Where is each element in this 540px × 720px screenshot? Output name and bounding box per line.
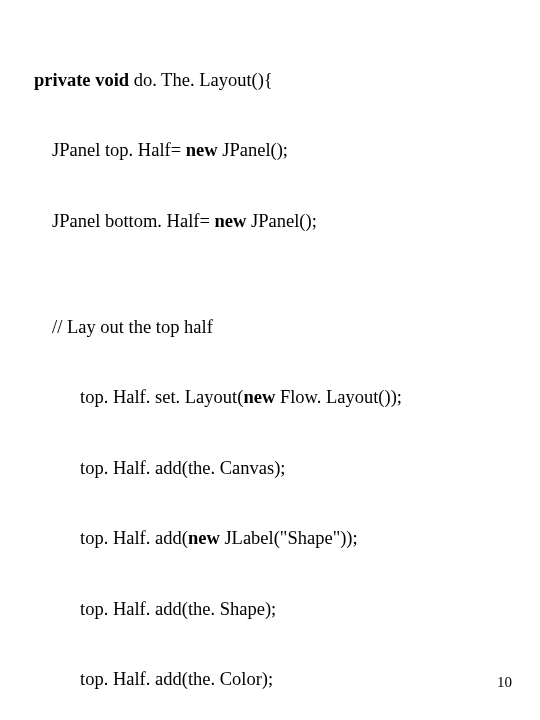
stmt: top. Half. add(the. Color); <box>80 668 540 691</box>
stmt: top. Half. set. Layout(new Flow. Layout(… <box>80 386 540 409</box>
decl-bottom-half: JPanel bottom. Half= new JPanel(); <box>52 210 540 233</box>
code-listing: private void do. The. Layout(){ JPanel t… <box>34 22 540 720</box>
page-number: 10 <box>497 673 512 692</box>
comment-top: // Lay out the top half <box>52 316 540 339</box>
kw-new: new <box>215 211 252 231</box>
stmt: top. Half. add(the. Shape); <box>80 598 540 621</box>
kw-new: new <box>186 140 223 160</box>
kw-private-void: private void <box>34 70 134 90</box>
method-signature: private void do. The. Layout(){ <box>34 69 540 92</box>
kw-new: new <box>243 387 280 407</box>
stmt: top. Half. add(new JLabel("Shape")); <box>80 527 540 550</box>
kw-new: new <box>188 528 225 548</box>
decl-top-half: JPanel top. Half= new JPanel(); <box>52 139 540 162</box>
method-name: do. The. Layout(){ <box>134 70 273 90</box>
stmt: top. Half. add(the. Canvas); <box>80 457 540 480</box>
